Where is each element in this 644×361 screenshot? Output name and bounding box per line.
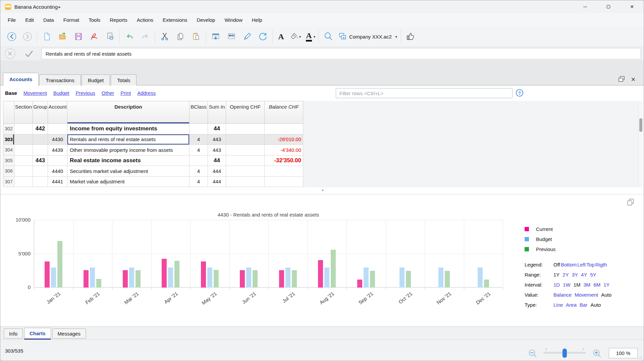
row-number[interactable]: 307 [3, 177, 14, 187]
cell-sum_in[interactable]: 443 [208, 134, 226, 145]
cell-group[interactable] [33, 134, 48, 145]
cell-sum_in[interactable]: 444 [208, 166, 226, 177]
menu-help[interactable]: Help [252, 17, 262, 23]
column-header-sum-in[interactable]: Sum In [208, 101, 226, 124]
cell-bclass[interactable] [190, 124, 208, 134]
bottom-tab-messages[interactable]: Messages [52, 328, 86, 339]
menu-reports[interactable]: Reports [110, 17, 127, 23]
option-1m[interactable]: 1M [574, 282, 581, 288]
cell-description[interactable]: Other immovable property income from ass… [67, 145, 190, 156]
option-6m[interactable]: 6M [593, 282, 600, 288]
cell-section[interactable] [14, 124, 33, 134]
option-balance[interactable]: Balance [553, 292, 572, 298]
minimize-button[interactable] [573, 0, 597, 13]
column-header-account[interactable]: Account [48, 101, 67, 124]
zoom-slider[interactable] [544, 340, 586, 361]
option-1d[interactable]: 1D [553, 282, 560, 288]
bottom-tab-info[interactable]: Info [4, 328, 23, 339]
slider-thumb[interactable] [562, 349, 567, 358]
cell-group[interactable] [33, 177, 48, 187]
zoom-in-button[interactable] [592, 349, 602, 360]
cell-section[interactable] [14, 145, 33, 156]
copy-button[interactable] [172, 28, 188, 45]
font-color-dropdown-icon[interactable]: ▾ [314, 35, 315, 39]
cell-opening[interactable] [226, 134, 265, 145]
filter-rows-input[interactable] [336, 88, 513, 98]
scrollbar-thumb[interactable] [639, 118, 642, 132]
row-number[interactable]: 302 [3, 124, 14, 134]
copy-chart-button[interactable] [626, 198, 635, 207]
cell-section[interactable] [14, 156, 33, 166]
cell-opening[interactable] [226, 124, 265, 134]
menu-format[interactable]: Format [63, 17, 79, 23]
search-button[interactable] [320, 28, 336, 45]
option-area[interactable]: Area [566, 302, 577, 308]
menu-file[interactable]: File [8, 17, 16, 23]
cell-bclass[interactable]: 4 [190, 145, 208, 156]
cell-group[interactable] [33, 145, 48, 156]
option-bottom[interactable]: Bottom [561, 261, 577, 268]
menu-actions[interactable]: Actions [137, 17, 153, 23]
close-button[interactable]: ✕ [620, 0, 644, 13]
cell-balance[interactable]: -32'350.00 [265, 156, 303, 166]
maximize-button[interactable] [597, 0, 620, 13]
undo-button[interactable] [121, 28, 137, 45]
tab-accounts[interactable]: Accounts [3, 73, 39, 86]
option-off[interactable]: Off [553, 261, 560, 268]
view-previous[interactable]: Previous [75, 90, 95, 96]
cell-opening[interactable] [226, 145, 265, 156]
zoom-level[interactable]: 100 % [609, 348, 638, 358]
cell-balance[interactable]: -4'340.00 [265, 145, 303, 156]
cell-group[interactable]: 442 [33, 124, 48, 134]
menu-data[interactable]: Data [43, 17, 54, 23]
option-5y[interactable]: 5Y [590, 272, 596, 278]
tab-budget[interactable]: Budget [82, 74, 110, 85]
option-1y[interactable]: 1Y [553, 272, 559, 278]
cell-section[interactable] [14, 166, 33, 177]
option-auto[interactable]: Auto [590, 302, 601, 308]
option-rigth[interactable]: Rigth [595, 261, 607, 268]
cell-description[interactable]: Rentals and rents of real estate assets [67, 134, 190, 145]
view-budget[interactable]: Budget [53, 90, 69, 96]
cell-balance[interactable] [265, 177, 303, 187]
row-number[interactable]: 305 [3, 156, 14, 166]
cell-group[interactable]: 443 [33, 156, 48, 166]
cell-account[interactable]: 4430 [48, 134, 67, 145]
print-button[interactable] [102, 28, 118, 45]
option-3m[interactable]: 3M [584, 282, 591, 288]
cell-bclass[interactable]: 4 [190, 177, 208, 187]
cell-sum_in[interactable]: 444 [208, 177, 226, 187]
tab-totals[interactable]: Totals [111, 74, 137, 85]
cell-balance[interactable]: -28'010.00 [265, 134, 303, 145]
column-header-rownum[interactable] [3, 101, 14, 124]
column-header-opening-chf[interactable]: Opening CHF [226, 101, 265, 124]
cell-bclass[interactable]: 4 [190, 134, 208, 145]
cell-balance[interactable] [265, 124, 303, 134]
cell-edit-input[interactable] [41, 48, 641, 59]
cell-opening[interactable] [226, 177, 265, 187]
cell-account[interactable] [48, 156, 67, 166]
menu-window[interactable]: Window [224, 17, 242, 23]
cell-balance[interactable] [265, 166, 303, 177]
menu-develop[interactable]: Develop [197, 17, 215, 23]
open-file-button[interactable] [55, 28, 70, 45]
cell-account[interactable]: 4439 [48, 145, 67, 156]
option-3y[interactable]: 3Y [572, 272, 578, 278]
file-selector[interactable]: Company XXX.ac2 ▾ [336, 28, 399, 45]
row-number[interactable]: 303 [3, 134, 14, 145]
cell-description[interactable]: Income from equity investments [67, 124, 190, 134]
cell-description[interactable]: Market value adjustment [67, 177, 190, 187]
fill-color-dropdown-icon[interactable]: ▾ [299, 35, 301, 39]
new-file-button[interactable] [39, 28, 55, 45]
cell-sum_in[interactable]: 44 [208, 124, 226, 134]
tab-transactions[interactable]: Transactions [39, 74, 80, 85]
font-button[interactable]: A [274, 28, 288, 45]
insert-rows-button[interactable] [208, 28, 223, 45]
option-1y[interactable]: 1Y [603, 282, 609, 288]
cell-section[interactable] [14, 134, 33, 145]
column-header-balance-chf[interactable]: Balance CHF [265, 101, 303, 124]
menu-tools[interactable]: Tools [89, 17, 100, 23]
option-left[interactable]: Left [577, 261, 586, 268]
cell-account[interactable]: 4441 [48, 177, 67, 187]
like-button[interactable] [403, 28, 419, 45]
